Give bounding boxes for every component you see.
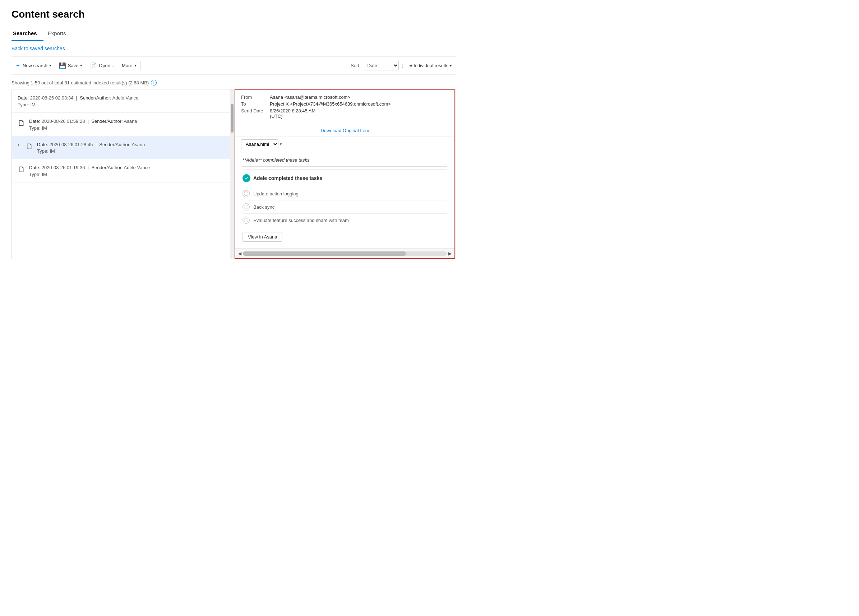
- task-item: Back sync: [242, 200, 447, 214]
- send-date-label: Send Date: [241, 108, 270, 119]
- email-from-row: From Asana <asana@teams.microsoft.com>: [241, 95, 449, 100]
- save-button[interactable]: 💾 Save ▾: [55, 60, 87, 71]
- task-check-icon: ✓: [242, 174, 250, 182]
- send-date-value: 8/26/2020 8:28:45 AM (UTC): [270, 108, 315, 119]
- view-dropdown-icon[interactable]: ▾: [450, 63, 452, 68]
- back-link[interactable]: Back to saved searches: [11, 45, 65, 51]
- more-dropdown-icon[interactable]: ▾: [134, 63, 136, 68]
- save-dropdown-icon[interactable]: ▾: [80, 63, 82, 68]
- result-item[interactable]: Date: 2020-08-26 02:03:34 | Sender/Autho…: [12, 89, 234, 113]
- scroll-track: [230, 89, 234, 259]
- email-body: **Adele** completed these tasks ✓ Adele …: [235, 152, 454, 248]
- sort-section: Sort: Date Relevance Size ↓ ≡ Individual…: [351, 61, 456, 70]
- more-button[interactable]: More ▾: [118, 61, 141, 70]
- task-item: Evaluate feature success and share with …: [242, 214, 447, 227]
- scroll-thumb[interactable]: [231, 104, 234, 133]
- document-icon: 🗋: [25, 142, 33, 151]
- horizontal-scrollbar: ◀ ▶: [235, 248, 454, 258]
- result-details: Date: 2020-08-26 02:03:34 | Sender/Autho…: [17, 95, 228, 108]
- main-content: Date: 2020-08-26 02:03:34 | Sender/Autho…: [11, 89, 456, 259]
- tab-searches[interactable]: Searches: [11, 27, 44, 41]
- task-item: Update action logging: [242, 187, 447, 200]
- toolbar: ＋ New search ▾ 💾 Save ▾ 📄 Open... More ▾…: [11, 56, 456, 75]
- to-label: To: [241, 101, 270, 107]
- result-meta: Date: 2020-08-26 01:59:28 | Sender/Autho…: [29, 118, 228, 125]
- task-circle-icon: [242, 190, 250, 197]
- body-divider-2: [242, 170, 447, 170]
- page-title: Content search: [11, 9, 456, 20]
- tabs-bar: Searches Exports: [11, 27, 456, 41]
- task-circle-icon: [242, 203, 250, 211]
- open-button[interactable]: 📄 Open...: [86, 60, 118, 71]
- file-select-dropdown[interactable]: Asana.html: [241, 139, 278, 149]
- open-icon: 📄: [90, 62, 97, 69]
- file-selector: Asana.html ▾: [235, 137, 454, 152]
- preview-panel: From Asana <asana@teams.microsoft.com> T…: [234, 89, 455, 259]
- plus-icon: ＋: [15, 62, 21, 69]
- tab-exports[interactable]: Exports: [46, 27, 73, 41]
- scroll-bar-track[interactable]: [243, 251, 447, 256]
- view-mode-button[interactable]: ≡ Individual results ▾: [406, 61, 456, 70]
- new-search-dropdown-icon[interactable]: ▾: [49, 63, 52, 68]
- task-circle-icon: [242, 217, 250, 224]
- result-item[interactable]: › 🗋 Date: 2020-08-26 01:28:45 | Sender/A…: [12, 136, 234, 159]
- result-details: Date: 2020-08-26 01:59:28 | Sender/Autho…: [29, 118, 228, 131]
- result-meta: Date: 2020-08-26 02:03:34 | Sender/Autho…: [17, 95, 228, 102]
- from-value: Asana <asana@teams.microsoft.com>: [270, 95, 350, 100]
- email-date-row: Send Date 8/26/2020 8:28:45 AM (UTC): [241, 108, 449, 119]
- list-icon: ≡: [409, 63, 412, 68]
- email-header: From Asana <asana@teams.microsoft.com> T…: [235, 90, 454, 125]
- expand-chevron-icon[interactable]: ›: [17, 142, 22, 148]
- result-details: Date: 2020-08-26 01:19:36 | Sender/Autho…: [29, 164, 228, 177]
- sort-select[interactable]: Date Relevance Size: [363, 61, 399, 70]
- result-meta: Date: 2020-08-26 01:28:45 | Sender/Autho…: [37, 141, 228, 149]
- document-icon: 🗋: [17, 165, 25, 174]
- sort-order-icon[interactable]: ↓: [401, 62, 404, 69]
- scroll-right-icon[interactable]: ▶: [448, 251, 451, 256]
- result-item[interactable]: 🗋 Date: 2020-08-26 01:19:36 | Sender/Aut…: [12, 159, 234, 182]
- task-header: ✓ Adele completed these tasks: [242, 174, 447, 182]
- results-info: Showing 1-50 out of total 81 estimated i…: [11, 80, 456, 86]
- raw-text: **Adele** completed these tasks: [242, 158, 447, 163]
- info-icon[interactable]: i: [151, 80, 157, 86]
- new-search-button[interactable]: ＋ New search ▾: [11, 59, 55, 72]
- scroll-bar-fill: [243, 251, 406, 256]
- download-link[interactable]: Download Original Item: [235, 125, 454, 137]
- save-icon: 💾: [59, 62, 66, 69]
- result-details: Date: 2020-08-26 01:28:45 | Sender/Autho…: [37, 141, 228, 154]
- results-panel: Date: 2020-08-26 02:03:34 | Sender/Autho…: [12, 89, 234, 259]
- rendered-section: ✓ Adele completed these tasks Update act…: [242, 173, 447, 243]
- page-container: Content search Searches Exports Back to …: [0, 0, 467, 268]
- scroll-left-icon[interactable]: ◀: [238, 251, 241, 256]
- result-item[interactable]: 🗋 Date: 2020-08-26 01:59:28 | Sender/Aut…: [12, 113, 234, 136]
- from-label: From: [241, 95, 270, 100]
- email-to-row: To Project X <ProjectX734@M365x654639.on…: [241, 101, 449, 107]
- document-icon: 🗋: [17, 119, 25, 128]
- file-select-chevron-icon: ▾: [280, 142, 282, 147]
- body-divider: [242, 166, 447, 167]
- to-value: Project X <ProjectX734@M365x654639.onmic…: [270, 101, 391, 107]
- results-list: Date: 2020-08-26 02:03:34 | Sender/Autho…: [12, 89, 234, 182]
- result-meta: Date: 2020-08-26 01:19:36 | Sender/Autho…: [29, 164, 228, 172]
- view-in-asana-button[interactable]: View in Asana: [242, 232, 283, 242]
